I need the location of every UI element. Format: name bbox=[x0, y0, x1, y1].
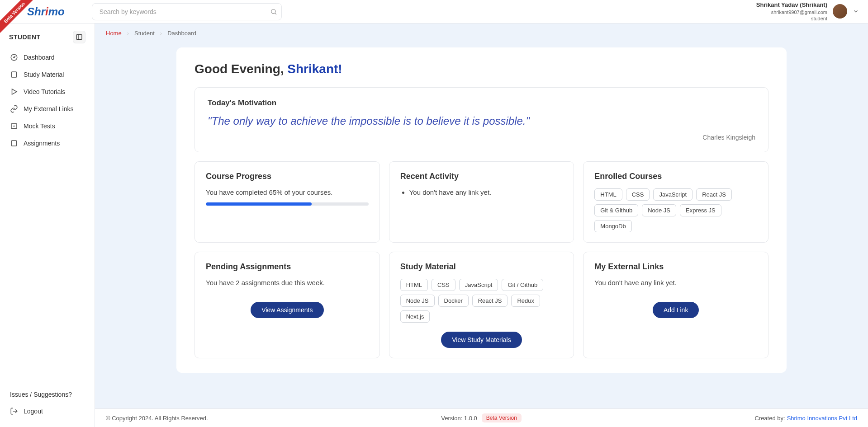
recent-activity-card: Recent Activity You don't have any link … bbox=[389, 161, 574, 243]
study-material-chip[interactable]: JavaScript bbox=[459, 279, 498, 291]
sidebar-item-issues[interactable]: Issues / Suggestions? bbox=[4, 386, 91, 403]
motivation-author: — Charles Kingsleigh bbox=[208, 134, 755, 141]
sidebar-item-dashboard[interactable]: Dashboard bbox=[4, 49, 91, 66]
sidebar-title: STUDENT bbox=[9, 33, 41, 41]
user-role: student bbox=[756, 15, 827, 22]
progress-fill bbox=[206, 202, 312, 206]
avatar[interactable] bbox=[833, 4, 847, 19]
motivation-quote: "The only way to achieve the impossible … bbox=[208, 115, 755, 127]
study-material-chip[interactable]: CSS bbox=[432, 279, 455, 291]
card-title: Enrolled Courses bbox=[594, 172, 757, 181]
logout-icon bbox=[10, 407, 18, 415]
breadcrumb-leaf: Dashboard bbox=[167, 30, 196, 37]
enrolled-course-chip[interactable]: Node JS bbox=[642, 204, 676, 216]
content-card: Good Evening, Shrikant! Today's Motivati… bbox=[176, 47, 787, 373]
greeting-name: Shrikant! bbox=[287, 62, 342, 76]
footer-company-link[interactable]: Shrimo Innovations Pvt Ltd bbox=[787, 415, 857, 422]
sidebar-item-label: Issues / Suggestions? bbox=[10, 391, 72, 398]
sidebar-item-mock-tests[interactable]: A Mock Tests bbox=[4, 117, 91, 135]
study-material-chip[interactable]: React JS bbox=[472, 295, 508, 307]
user-name: Shrikant Yadav (Shrikant) bbox=[756, 1, 827, 9]
sidebar-item-logout[interactable]: Logout bbox=[4, 403, 91, 420]
course-progress-card: Course Progress You have completed 65% o… bbox=[194, 161, 380, 243]
footer-created-by: Created by: bbox=[754, 415, 785, 422]
search-container bbox=[92, 3, 282, 20]
gauge-icon bbox=[10, 53, 18, 61]
enrolled-course-chip[interactable]: MongoDb bbox=[594, 220, 631, 232]
view-assignments-button[interactable]: View Assignments bbox=[251, 302, 323, 318]
search-icon[interactable] bbox=[270, 8, 277, 15]
footer-right: Created by: Shrimo Innovations Pvt Ltd bbox=[754, 415, 857, 422]
svg-point-0 bbox=[271, 9, 275, 13]
links-text: You don't have any link yet. bbox=[594, 279, 757, 286]
search-input[interactable] bbox=[92, 3, 282, 20]
cards-grid: Course Progress You have completed 65% o… bbox=[194, 161, 768, 358]
footer-version: Version: 1.0.0 bbox=[441, 415, 477, 422]
pending-text: You have 2 assignments due this week. bbox=[206, 279, 369, 286]
main: Home › Student › Dashboard Good Evening,… bbox=[95, 23, 868, 427]
enrolled-course-chip[interactable]: JavaScript bbox=[653, 188, 693, 201]
study-material-chip[interactable]: Next.js bbox=[400, 310, 430, 323]
logo-part2: i bbox=[45, 5, 48, 18]
card-title: Pending Assignments bbox=[206, 262, 369, 272]
logo[interactable]: Shrimo bbox=[27, 5, 65, 18]
card-title: My External Links bbox=[594, 262, 757, 272]
panel-icon bbox=[76, 33, 83, 41]
study-material-chip[interactable]: Node JS bbox=[400, 295, 435, 307]
progress-text: You have completed 65% of your courses. bbox=[206, 188, 369, 196]
page-title: Good Evening, Shrikant! bbox=[194, 62, 768, 76]
svg-rect-2 bbox=[76, 35, 82, 40]
study-material-chip[interactable]: HTML bbox=[400, 279, 428, 291]
sidebar-item-assignments[interactable]: Assignments bbox=[4, 135, 91, 152]
breadcrumb-home[interactable]: Home bbox=[106, 30, 122, 37]
add-link-button[interactable]: Add Link bbox=[653, 302, 699, 318]
svg-point-5 bbox=[14, 57, 14, 58]
sidebar-item-external-links[interactable]: My External Links bbox=[4, 100, 91, 117]
activity-list: You don't have any link yet. bbox=[400, 188, 563, 196]
enrolled-course-chip[interactable]: Git & Github bbox=[594, 204, 638, 216]
sidebar-item-label: Dashboard bbox=[24, 54, 55, 61]
sidebar-footer: Issues / Suggestions? Logout bbox=[0, 386, 95, 420]
link-icon bbox=[10, 105, 18, 113]
enrolled-chips: HTMLCSSJavaScriptReact JSGit & GithubNod… bbox=[594, 188, 757, 232]
breadcrumb-student[interactable]: Student bbox=[134, 30, 155, 37]
enrolled-course-chip[interactable]: HTML bbox=[594, 188, 622, 201]
view-study-materials-button[interactable]: View Study Materials bbox=[441, 332, 522, 348]
user-area[interactable]: Shrikant Yadav (Shrikant) shrikant9907@g… bbox=[756, 1, 859, 22]
sidebar-header: STUDENT bbox=[0, 31, 95, 49]
motivation-card: Today's Motivation "The only way to achi… bbox=[194, 87, 768, 152]
pending-assignments-card: Pending Assignments You have 2 assignmen… bbox=[194, 252, 380, 358]
enrolled-courses-card: Enrolled Courses HTMLCSSJavaScriptReact … bbox=[583, 161, 768, 243]
breadcrumb: Home › Student › Dashboard bbox=[95, 23, 868, 43]
play-icon bbox=[10, 88, 18, 96]
footer: © Copyright 2024. All Rights Reserved. V… bbox=[95, 408, 868, 427]
sidebar-nav: Dashboard Study Material Video Tutorials… bbox=[0, 49, 95, 152]
activity-item: You don't have any link yet. bbox=[409, 188, 563, 196]
chevron-down-icon[interactable] bbox=[853, 8, 859, 14]
svg-rect-6 bbox=[12, 72, 17, 77]
sidebar-collapse-button[interactable] bbox=[73, 31, 85, 43]
card-title: Course Progress bbox=[206, 172, 369, 181]
footer-center: Version: 1.0.0 Beta Version bbox=[441, 413, 522, 422]
enrolled-course-chip[interactable]: CSS bbox=[626, 188, 650, 201]
sidebar-item-label: Mock Tests bbox=[24, 122, 55, 130]
footer-copyright: © Copyright 2024. All Rights Reserved. bbox=[106, 415, 208, 422]
book-icon bbox=[10, 70, 18, 79]
sidebar-item-study-material[interactable]: Study Material bbox=[4, 66, 91, 83]
user-text: Shrikant Yadav (Shrikant) shrikant9907@g… bbox=[756, 1, 827, 22]
sidebar-item-video-tutorials[interactable]: Video Tutorials bbox=[4, 83, 91, 100]
study-material-chip[interactable]: Git / Github bbox=[502, 279, 543, 291]
motivation-title: Today's Motivation bbox=[208, 99, 755, 108]
study-material-chip[interactable]: Redux bbox=[511, 295, 540, 307]
sidebar-item-label: Logout bbox=[24, 408, 43, 415]
progress-bar bbox=[206, 202, 369, 206]
logo-part1: Shr bbox=[27, 5, 45, 18]
study-chips: HTMLCSSJavaScriptGit / GithubNode JSDock… bbox=[400, 279, 563, 323]
sidebar-item-label: My External Links bbox=[24, 105, 73, 113]
enrolled-course-chip[interactable]: Express JS bbox=[680, 204, 721, 216]
document-icon bbox=[10, 139, 18, 147]
enrolled-course-chip[interactable]: React JS bbox=[696, 188, 732, 201]
external-links-card: My External Links You don't have any lin… bbox=[583, 252, 768, 358]
study-material-chip[interactable]: Docker bbox=[438, 295, 469, 307]
sidebar-item-label: Study Material bbox=[24, 71, 64, 78]
